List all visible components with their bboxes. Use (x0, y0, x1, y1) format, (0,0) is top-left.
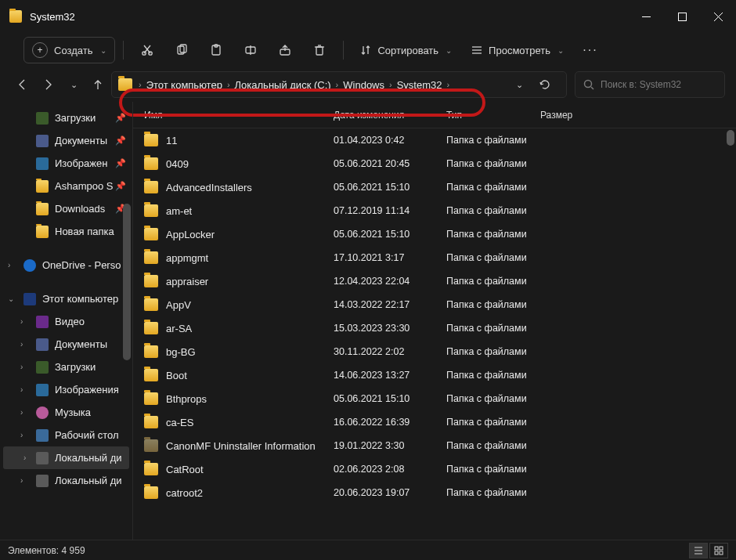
file-type: Папка с файлами (446, 252, 556, 263)
recent-button[interactable]: ⌄ (61, 71, 85, 98)
create-button[interactable]: + Создать ⌄ (23, 37, 115, 63)
address-bar[interactable]: › Этот компьютер › Локальный диск (C:) ›… (111, 71, 567, 98)
expand-icon[interactable]: ⌄ (8, 294, 14, 303)
address-dropdown[interactable]: ⌄ (507, 71, 530, 98)
expand-icon[interactable]: › (20, 476, 23, 485)
search-input[interactable]: Поиск в: System32 (575, 71, 725, 98)
file-row[interactable]: 040905.06.2021 20:45Папка с файлами (133, 152, 736, 175)
view-label: Просмотреть (489, 45, 550, 56)
view-grid-button[interactable] (709, 543, 728, 558)
col-size[interactable]: Размер (540, 110, 619, 121)
sidebar-item[interactable]: ›Видео (0, 310, 132, 333)
sidebar-item[interactable]: ›Документы (0, 333, 132, 356)
file-date: 17.10.2021 3:17 (334, 252, 446, 263)
col-name[interactable]: Имя (144, 110, 334, 121)
paste-button[interactable] (200, 37, 232, 63)
separator (343, 41, 344, 60)
view-details-button[interactable] (689, 543, 708, 558)
scrollbar[interactable] (727, 128, 734, 540)
sidebar-label: Загрузки (55, 112, 96, 124)
view-button[interactable]: Просмотреть ⌄ (463, 37, 572, 63)
sidebar-item[interactable]: Документы📌 (0, 129, 132, 152)
back-button[interactable] (11, 71, 34, 98)
sidebar-label: OneDrive - Perso (42, 259, 121, 271)
file-row[interactable]: CanonMF Uninstaller Information19.01.202… (133, 434, 736, 457)
sort-button[interactable]: Сортировать ⌄ (352, 37, 460, 63)
sidebar-item[interactable]: ›Изображения (0, 378, 132, 401)
expand-icon[interactable]: › (20, 340, 23, 349)
file-row[interactable]: ar-SA15.03.2023 23:30Папка с файлами (133, 316, 736, 340)
file-row[interactable]: appmgmt17.10.2021 3:17Папка с файлами (133, 246, 736, 269)
file-row[interactable]: 1101.04.2023 0:42Папка с файлами (133, 128, 736, 152)
file-row[interactable]: ca-ES16.06.2022 16:39Папка с файлами (133, 410, 736, 434)
svg-rect-29 (720, 551, 723, 555)
close-button[interactable] (700, 0, 736, 33)
forward-button[interactable] (36, 71, 60, 98)
scrollbar[interactable] (121, 102, 132, 540)
file-type: Папка с файлами (446, 229, 556, 240)
breadcrumb-item[interactable]: System32 (394, 79, 446, 91)
up-button[interactable] (86, 71, 110, 98)
file-date: 02.06.2023 2:08 (334, 464, 446, 475)
maximize-button[interactable] (664, 0, 700, 33)
file-row[interactable]: AppLocker05.06.2021 15:10Папка с файлами (133, 222, 736, 246)
sidebar-item[interactable]: Ashampoo S📌 (0, 175, 132, 197)
sidebar-item[interactable]: Новая папка (0, 220, 132, 243)
col-type[interactable]: Тип (446, 110, 540, 121)
file-type: Папка с файлами (446, 440, 556, 451)
file-row[interactable]: Bthprops05.06.2021 15:10Папка с файлами (133, 387, 736, 410)
folder-icon (144, 369, 158, 381)
sidebar-item[interactable]: Загрузки📌 (0, 107, 132, 129)
file-row[interactable]: bg-BG30.11.2022 2:02Папка с файлами (133, 340, 736, 363)
file-row[interactable]: am-et07.12.2019 11:14Папка с файлами (133, 199, 736, 222)
expand-icon[interactable]: › (20, 385, 23, 394)
scrollbar-thumb[interactable] (123, 204, 131, 360)
separator (123, 41, 124, 60)
sidebar-item[interactable]: ⌄Этот компьютер (0, 287, 132, 310)
sidebar-label: Видео (55, 316, 85, 327)
sidebar-item[interactable]: ›Музыка (0, 401, 132, 424)
sidebar-item[interactable]: Downloads📌 (0, 197, 132, 220)
sidebar-item[interactable]: ›Рабочий стол (0, 424, 132, 446)
expand-icon[interactable]: › (20, 408, 23, 417)
file-row[interactable]: Boot14.06.2023 13:27Папка с файлами (133, 363, 736, 387)
status-text: Элементов: 4 959 (8, 545, 85, 556)
expand-icon[interactable]: › (23, 453, 26, 462)
breadcrumb-item[interactable]: Локальный диск (C:) (232, 79, 334, 91)
breadcrumb-item[interactable]: Этот компьютер (143, 79, 225, 91)
refresh-button[interactable] (533, 71, 557, 98)
sidebar: Загрузки📌Документы📌Изображен📌Ashampoo S📌… (0, 102, 133, 540)
folder-icon (144, 486, 158, 499)
create-label: Создать (54, 45, 92, 56)
sidebar-item[interactable]: Изображен📌 (0, 152, 132, 175)
expand-icon[interactable]: › (8, 261, 10, 269)
file-row[interactable]: appraiser12.04.2023 22:04Папка с файлами (133, 269, 736, 293)
col-date[interactable]: Дата изменения (334, 110, 446, 121)
folder-icon (144, 181, 158, 193)
scrollbar-thumb[interactable] (727, 130, 734, 146)
sort-label: Сортировать (377, 45, 438, 56)
svg-line-22 (591, 87, 593, 89)
file-row[interactable]: AppV14.03.2022 22:17Папка с файлами (133, 293, 736, 316)
sidebar-item[interactable]: ›Локальный ди (0, 469, 132, 492)
expand-icon[interactable]: › (20, 317, 23, 326)
file-row[interactable]: catroot220.06.2023 19:07Папка с файлами (133, 481, 736, 504)
sidebar-item[interactable]: ›Локальный ди (3, 446, 129, 469)
breadcrumb-item[interactable]: Windows (340, 79, 388, 91)
file-row[interactable]: AdvancedInstallers05.06.2021 15:10Папка … (133, 175, 736, 199)
copy-button[interactable] (166, 37, 197, 63)
file-row[interactable]: CatRoot02.06.2023 2:08Папка с файлами (133, 457, 736, 481)
sidebar-item[interactable]: ›OneDrive - Perso (0, 254, 132, 276)
more-button[interactable]: ··· (575, 37, 606, 63)
pc-icon (23, 293, 36, 305)
sidebar-label: Документы (55, 338, 107, 350)
file-name: 0409 (166, 158, 334, 170)
expand-icon[interactable]: › (20, 431, 23, 439)
minimize-button[interactable] (628, 0, 664, 33)
sidebar-item[interactable]: ›Загрузки (0, 356, 132, 378)
share-button[interactable] (269, 37, 301, 63)
rename-button[interactable] (235, 37, 266, 63)
cut-button[interactable] (132, 37, 163, 63)
expand-icon[interactable]: › (20, 363, 23, 371)
delete-button[interactable] (304, 37, 335, 63)
